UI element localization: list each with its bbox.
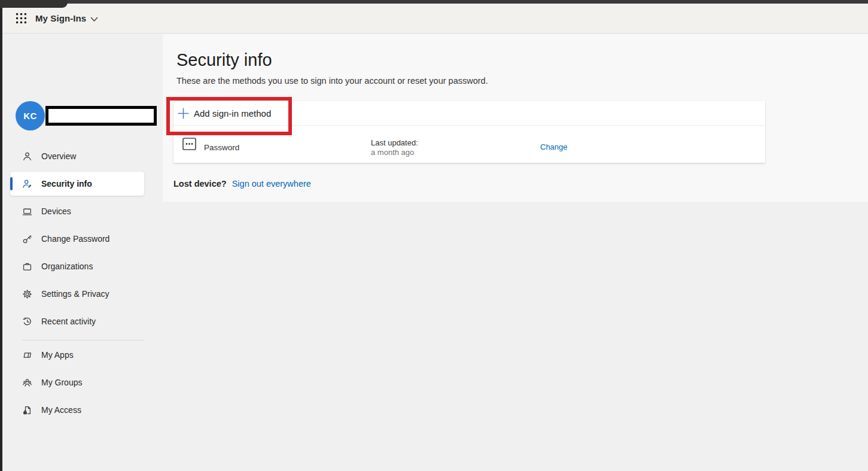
sidebar-item-change-password[interactable]: Change Password: [10, 227, 144, 251]
briefcase-icon: [22, 262, 32, 272]
sidebar-item-security-info[interactable]: Security info: [10, 172, 144, 196]
window-chrome-left: [0, 0, 2, 471]
apps-icon: [22, 350, 32, 360]
sidebar-item-label: Recent activity: [41, 317, 96, 326]
sidebar-item-organizations[interactable]: Organizations: [10, 254, 144, 278]
last-updated-label: Last updated:: [371, 138, 418, 147]
sign-in-methods-card: Add sign-in method Password Last updated…: [173, 101, 765, 163]
page-subtitle: These are the methods you use to sign in…: [176, 76, 488, 86]
add-sign-in-method-button[interactable]: Add sign-in method: [173, 101, 765, 126]
sidebar-item-overview[interactable]: Overview: [10, 144, 144, 168]
person-icon: [22, 151, 32, 162]
sidebar-item-label: My Groups: [41, 378, 82, 387]
last-updated-value: a month ago: [371, 148, 414, 157]
selected-indicator: [10, 177, 13, 190]
sidebar-item-label: My Access: [41, 405, 81, 415]
sidebar-item-devices[interactable]: Devices: [10, 199, 144, 223]
method-last-updated: Last updated: a month ago: [371, 138, 418, 157]
method-row-password: Password Last updated: a month ago Chang…: [173, 126, 765, 162]
sidebar-item-recent-activity[interactable]: Recent activity: [10, 309, 144, 333]
history-icon: [22, 317, 32, 327]
chevron-down-icon[interactable]: [90, 17, 98, 22]
waffle-icon: [16, 13, 26, 23]
change-link[interactable]: Change: [540, 142, 568, 151]
window-chrome-top: [0, 0, 868, 4]
sidebar-item-label: Organizations: [41, 262, 93, 271]
app-launcher-button[interactable]: [11, 8, 31, 29]
sidebar-item-label: Change Password: [41, 234, 109, 244]
person-edit-icon: [22, 179, 32, 189]
sidebar-item-my-groups[interactable]: My Groups: [10, 370, 144, 394]
gear-icon: [22, 289, 32, 299]
add-sign-in-method-label: Add sign-in method: [194, 108, 271, 118]
avatar[interactable]: KC: [16, 101, 45, 130]
sidebar-item-label: My Apps: [41, 350, 74, 360]
sidebar-item-my-apps[interactable]: My Apps: [10, 343, 144, 367]
sidebar-item-my-access[interactable]: My Access: [10, 398, 144, 422]
plus-icon: [178, 108, 189, 119]
app-title[interactable]: My Sign-Ins: [35, 13, 86, 23]
document-lock-icon: [22, 405, 32, 415]
laptop-icon: [22, 206, 32, 217]
sidebar-item-settings-privacy[interactable]: Settings & Privacy: [10, 282, 144, 306]
page-title: Security info: [176, 50, 272, 70]
sign-out-everywhere-link[interactable]: Sign out everywhere: [232, 179, 311, 189]
top-app-bar: My Sign-Ins: [2, 4, 868, 34]
lost-device-line: Lost device? Sign out everywhere: [173, 179, 311, 189]
lost-device-label: Lost device?: [173, 179, 227, 189]
sidebar-item-label: Devices: [41, 206, 71, 216]
redacted-username: [45, 106, 157, 126]
sidebar: KC Overview Security info Devices: [2, 34, 163, 471]
key-icon: [22, 234, 32, 244]
people-icon: [22, 378, 32, 388]
method-name: Password: [204, 143, 239, 152]
sidebar-item-label: Security info: [41, 179, 92, 189]
sidebar-divider: [22, 340, 144, 341]
browser-tab-edge: [0, 0, 68, 8]
password-icon: [182, 138, 196, 150]
sidebar-item-label: Overview: [41, 151, 76, 161]
sidebar-item-label: Settings & Privacy: [41, 289, 109, 299]
